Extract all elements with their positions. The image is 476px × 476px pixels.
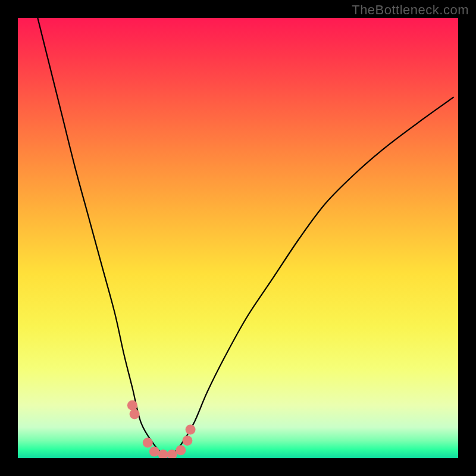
marker-dot [149, 446, 159, 456]
plot-area [18, 18, 458, 458]
marker-dot [176, 445, 186, 455]
bottleneck-curve [36, 18, 454, 455]
marker-dot [143, 438, 153, 448]
marker-dot [186, 424, 196, 434]
marker-dot [130, 409, 140, 419]
curve-layer [18, 18, 458, 458]
marker-dot [182, 436, 192, 446]
watermark-text: TheBottleneck.com [352, 2, 469, 18]
chart-frame: TheBottleneck.com [0, 0, 476, 476]
marker-dot [127, 400, 137, 411]
